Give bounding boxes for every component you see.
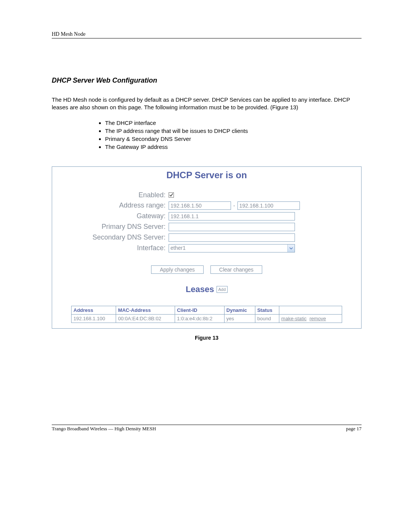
col-address: Address [72,306,116,314]
panel-title: DHCP Server is on [71,170,342,181]
secondary-dns-input[interactable] [169,233,295,242]
cell-address: 192.168.1.100 [72,314,116,323]
doc-footer: Trango Broadband Wireless — High Density… [52,425,362,432]
interface-value: ether1 [169,244,287,252]
figure-caption: Figure 13 [52,335,362,341]
col-mac: MAC-Address [116,306,175,314]
range-separator: - [231,203,237,209]
primary-dns-input[interactable] [169,223,295,231]
secondary-dns-label: Secondary DNS Server: [71,233,169,241]
enabled-checkbox[interactable] [169,192,174,198]
col-dynamic: Dynamic [224,306,255,314]
add-lease-button[interactable]: Add [217,286,228,293]
leases-title: Leases [186,284,214,294]
doc-header: HD Mesh Node [52,31,362,38]
leases-table: Address MAC-Address Client-ID Dynamic St… [71,306,342,323]
col-actions [279,306,342,314]
intro-paragraph: The HD Mesh node is configured by defaul… [52,96,362,112]
primary-dns-label: Primary DNS Server: [71,223,169,231]
interface-label: Interface: [71,244,169,252]
list-item: The Gateway IP address [105,143,362,151]
list-item: The DHCP interface [105,119,362,127]
chevron-down-icon[interactable] [287,244,295,252]
cell-client-id: 1:0:a:e4:dc:8b:2 [175,314,225,323]
list-item: The IP address range that will be issues… [105,127,362,135]
apply-changes-button[interactable]: Apply changes [151,265,204,274]
range-end-input[interactable] [237,201,300,210]
gateway-label: Gateway: [71,212,169,220]
cell-dynamic: yes [224,314,255,323]
make-static-link[interactable]: make-static [281,316,306,321]
col-client-id: Client-ID [175,306,225,314]
footer-right: page 17 [346,426,362,432]
bullet-list: The DHCP interface The IP address range … [105,119,362,151]
range-start-input[interactable] [169,201,231,210]
enabled-label: Enabled: [71,191,169,199]
interface-select[interactable]: ether1 [169,244,295,252]
gateway-input[interactable] [169,212,295,220]
cell-actions: make-static remove [279,314,342,323]
address-range-label: Address range: [71,201,169,209]
remove-link[interactable]: remove [309,316,326,321]
col-status: Status [255,306,279,314]
table-row: 192.168.1.100 00:0A:E4:DC:8B:02 1:0:a:e4… [72,314,342,323]
clear-changes-button[interactable]: Clear changes [210,265,262,274]
list-item: Primary & Secondary DNS Server [105,135,362,143]
cell-mac: 00:0A:E4:DC:8B:02 [116,314,175,323]
section-title: DHCP Server Web Configuration [52,77,362,85]
cell-status: bound [255,314,279,323]
footer-left: Trango Broadband Wireless — High Density… [52,426,156,432]
dhcp-config-panel: DHCP Server is on Enabled: Address range… [52,166,362,329]
